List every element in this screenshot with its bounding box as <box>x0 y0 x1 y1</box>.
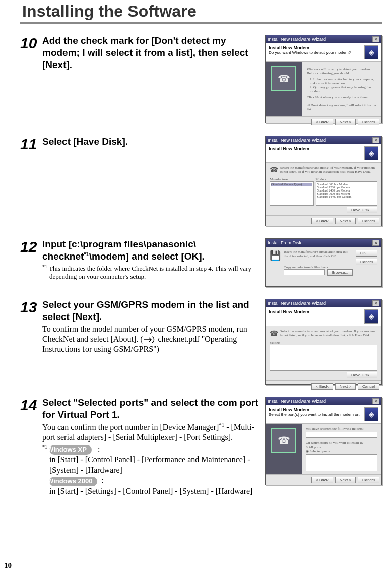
step-subtext: To confirm the model number of your GSM/… <box>42 324 260 354</box>
next-button: Next > <box>335 119 356 125</box>
wizard-titlebar: Install New Hardware Wizard <box>268 37 326 42</box>
wizard-head: Install New Modem <box>269 309 309 314</box>
back-button: < Back <box>311 119 333 125</box>
step-heading: Select your GSM/GPRS modem in the list a… <box>42 299 260 323</box>
wizard-side-image: ☎ <box>271 428 296 453</box>
wizard-checkbox-label: Don't detect my modem; I will select it … <box>307 103 376 111</box>
step-13: 13 Select your GSM/GPRS modem in the lis… <box>20 299 382 385</box>
close-icon: ✕ <box>372 137 379 143</box>
close-icon: ✕ <box>372 36 379 42</box>
wizard-logo-icon: ◈ <box>364 407 378 421</box>
step-number: 10 <box>20 35 42 51</box>
wizard-logo-icon: ◈ <box>364 309 378 324</box>
wizard-titlebar: Install New Hardware Wizard <box>268 399 326 404</box>
back-button: < Back <box>311 218 333 224</box>
step-14: 14 Select "Selected ports" and select th… <box>20 397 382 496</box>
next-button: Next > <box>335 477 356 483</box>
wizard-titlebar: Install New Hardware Wizard <box>268 301 326 306</box>
wizard-logo-icon: ◈ <box>364 45 378 59</box>
back-button: < Back <box>311 477 333 483</box>
browse-button: Browse... <box>327 269 353 276</box>
windows-xp-badge: Windows XP <box>49 445 92 455</box>
next-button: Next > <box>335 218 356 224</box>
page-number: 10 <box>4 561 12 570</box>
ok-button: OK <box>356 250 377 257</box>
step-12: 12 Input [c:\program files\panasonic\ ch… <box>20 238 382 287</box>
screenshot-dialog-12: Install From Disk✕ 💾 Insert the manufact… <box>265 238 382 287</box>
close-icon: ✕ <box>372 300 379 306</box>
step-number: 12 <box>20 238 42 254</box>
step-heading: Add the check mark for [Don't detect my … <box>42 35 260 71</box>
close-icon: ✕ <box>372 240 379 246</box>
cancel-button: Cancel <box>358 119 379 125</box>
wizard-logo-icon: ◈ <box>364 146 378 160</box>
step-heading: Select "Selected ports" and select the c… <box>42 397 260 421</box>
step-number: 13 <box>20 299 42 315</box>
wizard-head: Install New Modem <box>269 45 351 50</box>
step-number: 11 <box>20 136 42 152</box>
page-title: Installing the Software <box>20 0 382 24</box>
windows-2000-path: in [Start] - [Settings] - [Control Panel… <box>49 487 252 495</box>
pointer-icon <box>143 336 156 344</box>
have-disk-button: Have Disk... <box>347 207 377 213</box>
cancel-button: Cancel <box>358 218 379 224</box>
windows-xp-path: in [Start] - [Control Panel] - [Performa… <box>49 455 250 474</box>
step-footnote: *1 Windows XP : in [Start] - [Control Pa… <box>42 443 260 497</box>
windows-2000-badge: Windows 2000 <box>49 477 97 486</box>
step-heading: Input [c:\program files\panasonic\ check… <box>42 238 260 263</box>
back-button: < Back <box>311 383 333 390</box>
step-footnote: *1 This indicates the folder where Check… <box>42 264 260 281</box>
screenshot-wizard-13: Install New Hardware Wizard✕ Install New… <box>265 299 382 385</box>
wizard-side-image: ☎ <box>271 66 296 91</box>
wizard-subhead: Do you want Windows to detect your modem… <box>269 50 351 55</box>
wizard-titlebar: Install From Disk <box>268 240 301 245</box>
screenshot-wizard-10: Install New Hardware Wizard✕ Install New… <box>265 35 382 123</box>
cancel-button: Cancel <box>356 259 377 265</box>
screenshot-wizard-14: Install New Hardware Wizard✕ Install New… <box>265 397 382 485</box>
step-heading: Select [Have Disk]. <box>42 136 260 148</box>
cancel-button: Cancel <box>358 383 379 390</box>
step-10: 10 Add the check mark for [Don't detect … <box>20 35 382 123</box>
step-11: 11 Select [Have Disk]. Install New Hardw… <box>20 136 382 226</box>
step-subtext: You can confirm the port number in [Devi… <box>42 422 260 442</box>
wizard-head: Install New Modem <box>269 146 309 151</box>
have-disk-button: Have Disk... <box>347 372 377 378</box>
step-number: 14 <box>20 397 42 413</box>
next-button: Next > <box>335 383 356 390</box>
wizard-head: Install New Modem <box>269 407 360 412</box>
screenshot-wizard-11: Install New Hardware Wizard✕ Install New… <box>265 136 382 226</box>
close-icon: ✕ <box>372 398 379 404</box>
cancel-button: Cancel <box>358 477 379 483</box>
wizard-titlebar: Install New Hardware Wizard <box>268 138 326 143</box>
